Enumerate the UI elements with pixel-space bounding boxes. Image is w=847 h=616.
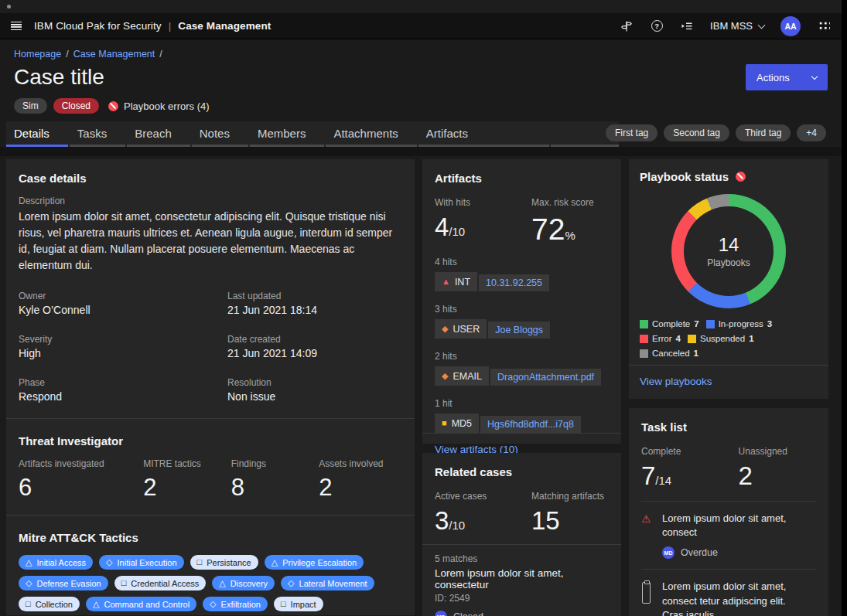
complete-stat: Complete 7/14 bbox=[641, 446, 739, 488]
view-playbooks-link[interactable]: View playbooks bbox=[629, 365, 828, 399]
tab[interactable]: Notes bbox=[192, 121, 248, 147]
case-tag[interactable]: +4 bbox=[797, 124, 826, 141]
mitre-tag[interactable]: Initial Access bbox=[19, 555, 93, 570]
related-case-id: ID: 2549 bbox=[435, 593, 609, 604]
mitre-tag[interactable]: Persistance bbox=[190, 555, 258, 570]
page-title: Case title bbox=[14, 65, 104, 90]
status-badge: Closed bbox=[53, 98, 99, 114]
global-header: IBM Cloud Pak for Security | Case Manage… bbox=[0, 13, 842, 39]
sim-badge: Sim bbox=[14, 98, 47, 114]
app-switcher-icon[interactable] bbox=[817, 19, 831, 33]
donut-center-label: Playbooks bbox=[707, 257, 750, 268]
artifact-type-chip[interactable]: INT bbox=[435, 272, 477, 291]
field-value: 21 Jun 2021 18:14 bbox=[227, 304, 402, 316]
artifact-value-link[interactable]: Joe Bloggs bbox=[488, 322, 550, 339]
mitre-tag[interactable]: Lateral Movement bbox=[281, 576, 374, 590]
avatar[interactable]: AA bbox=[780, 16, 801, 36]
task-item[interactable]: Lorem ipsum dolor sit amet, consect tetu… bbox=[641, 569, 816, 616]
stat: Findings 8 bbox=[231, 458, 319, 499]
case-field: Resolution Non issue bbox=[227, 377, 402, 403]
account-name: IBM MSS bbox=[710, 20, 753, 32]
breadcrumb-link[interactable]: Case Management bbox=[73, 49, 162, 60]
artifact-type-chip[interactable]: EMAIL bbox=[435, 366, 489, 386]
tasks: Lorem ipsum dolor sit amet, consect MD O… bbox=[641, 501, 816, 616]
divider bbox=[6, 515, 415, 516]
artifact-value-link[interactable]: Hgs6fhd8dhdf...i7q8 bbox=[480, 416, 581, 433]
artifact-value-link[interactable]: 10.31.92.255 bbox=[479, 274, 549, 291]
artifact-type-chip[interactable]: MD5 bbox=[435, 414, 479, 433]
playbook-errors-badge: Playbook errors (4) bbox=[108, 100, 210, 112]
artifact-hits: 4 hits INT 10.31.92.255 bbox=[435, 244, 609, 433]
help-icon[interactable]: ? bbox=[650, 19, 664, 33]
mitre-tag[interactable]: Exfiltration bbox=[203, 597, 268, 611]
artifact-type-chip[interactable]: USER bbox=[435, 319, 487, 339]
task-icon bbox=[641, 512, 654, 559]
with-hits-stat: With hits 4/10 bbox=[435, 197, 531, 244]
mitre-tag[interactable]: Collection bbox=[19, 597, 80, 611]
confidence-shape-icon bbox=[26, 600, 31, 608]
field-value: Non issue bbox=[227, 390, 402, 403]
mitre-tag[interactable]: Impact bbox=[274, 597, 323, 611]
case-tag[interactable]: First tag bbox=[606, 124, 657, 141]
breadcrumb: Homepage Case Management bbox=[14, 49, 842, 60]
tab[interactable]: Tasks bbox=[70, 121, 125, 147]
playbook-status-heading: Playbook status bbox=[640, 170, 729, 183]
description-label: Description bbox=[19, 196, 402, 206]
assignee-badge: MD bbox=[435, 611, 447, 616]
product-name: IBM Cloud Pak for Security bbox=[34, 20, 162, 32]
mitre-tag[interactable]: Defense Evasion bbox=[19, 576, 108, 590]
actions-button[interactable]: Actions bbox=[746, 64, 828, 90]
mitre-tag[interactable]: Discovery bbox=[212, 576, 275, 590]
task-icon bbox=[642, 582, 651, 604]
confidence-shape-icon bbox=[121, 579, 127, 587]
tab[interactable]: Details bbox=[6, 121, 68, 147]
artifact-hit: 4 hits INT 10.31.92.255 bbox=[435, 257, 609, 291]
mitre-tag[interactable]: Privilege Escalation bbox=[265, 555, 364, 570]
hit-count: 3 hits bbox=[435, 304, 609, 315]
field-value: Kyle O’Connell bbox=[19, 304, 227, 316]
stat-label: Artifacts investigated bbox=[19, 458, 143, 469]
signpost-icon[interactable] bbox=[620, 19, 634, 33]
tab[interactable]: Breach bbox=[127, 121, 190, 147]
mitre-tag[interactable]: Initial Execution bbox=[99, 555, 184, 570]
case-tag[interactable]: Third tag bbox=[736, 124, 791, 141]
stat-label: Findings bbox=[231, 458, 319, 469]
artifacts-card: Artifacts With hits 4/10 Max. risk score… bbox=[422, 159, 621, 444]
hit-count: 2 hits bbox=[435, 351, 609, 362]
case-field: Date created 21 Jun 2021 14:09 bbox=[227, 334, 402, 359]
task-list-card: Task list Complete 7/14 Unassigned 2 bbox=[629, 408, 828, 616]
case-details-card: Case details Description Lorem ipsum dol… bbox=[6, 159, 415, 615]
account-switcher[interactable]: IBM MSS bbox=[710, 20, 764, 32]
stat-value: 2 bbox=[319, 475, 402, 499]
assignee-badge: MD bbox=[662, 546, 675, 559]
mitre-tag[interactable]: Command and Control bbox=[86, 597, 196, 611]
tab[interactable]: Attachments bbox=[326, 121, 416, 147]
recent-activity-icon[interactable] bbox=[680, 19, 694, 33]
task-item[interactable]: Lorem ipsum dolor sit amet, consect MD O… bbox=[641, 501, 816, 569]
stat: MITRE tactics 2 bbox=[143, 458, 231, 499]
confidence-shape-icon bbox=[219, 579, 225, 587]
related-case-item[interactable]: 5 matches Lorem ipsum dolor sit amet, co… bbox=[422, 544, 621, 616]
confidence-shape-icon bbox=[106, 558, 112, 567]
stat-label: Assets involved bbox=[319, 458, 402, 469]
tab[interactable]: Members bbox=[250, 121, 325, 147]
breadcrumb-link[interactable]: Homepage bbox=[14, 49, 69, 60]
hit-count: 1 hit bbox=[435, 398, 609, 409]
confidence-shape-icon bbox=[210, 600, 216, 608]
field-label: Date created bbox=[227, 334, 402, 345]
stat-value: 8 bbox=[231, 475, 319, 499]
artifacts-heading: Artifacts bbox=[435, 172, 609, 185]
case-tag[interactable]: Second tag bbox=[664, 124, 729, 141]
active-cases-stat: Active cases 3/10 bbox=[435, 491, 531, 533]
legend-item: In-progress 3 bbox=[706, 319, 773, 328]
artifact-shape-icon bbox=[442, 277, 450, 286]
case-field: Owner Kyle O’Connell bbox=[19, 291, 227, 316]
artifact-hit: 1 hit MD5 Hgs6fhd8dhdf...i7q8 bbox=[435, 398, 609, 433]
legend-item: Canceled 1 bbox=[640, 349, 698, 358]
artifact-value-link[interactable]: DragonAttachment.pdf bbox=[490, 369, 601, 386]
hamburger-menu-icon[interactable] bbox=[11, 22, 22, 30]
related-case-status: Closed bbox=[453, 611, 483, 616]
case-fields: Owner Kyle O’Connell Last updated 21 Jun… bbox=[19, 291, 402, 403]
chevron-down-icon bbox=[758, 21, 766, 29]
mitre-tag[interactable]: Credential Access bbox=[114, 576, 207, 590]
